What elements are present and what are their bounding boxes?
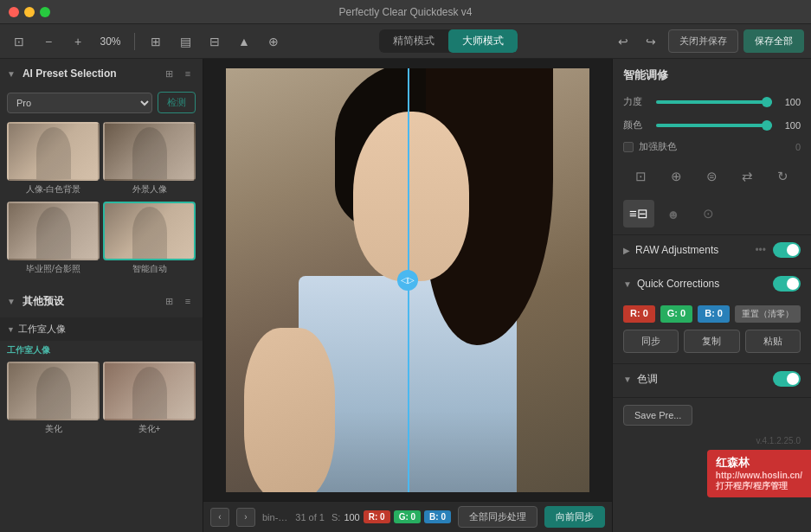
- sync-forward-button[interactable]: 向前同步: [544, 506, 605, 528]
- ai-preset-grid-view[interactable]: ⊞: [161, 66, 177, 81]
- title-bar: Perfectly Clear Quickdesk v4: [0, 0, 811, 24]
- save-all-button[interactable]: 保存全部: [743, 29, 804, 53]
- badge-b: B: 0: [424, 510, 451, 523]
- crop-icon-button[interactable]: ⊡: [7, 29, 31, 54]
- quick-corrections-section: ▼ Quick Corrections R: 0 G: 0 B: 0 重置（清零…: [613, 268, 811, 360]
- enhance-skin-checkbox[interactable]: [623, 142, 634, 152]
- color-label: 颜色: [623, 119, 649, 131]
- color-slider[interactable]: [656, 124, 772, 127]
- preset-label-graduation: 毕业照/合影照: [7, 260, 100, 278]
- raw-adjustments-header[interactable]: ▶ RAW Adjustments •••: [613, 235, 811, 265]
- other-presets-header: ▼ 其他预设 ⊞ ≡: [0, 286, 203, 314]
- ct-toggle[interactable]: [773, 371, 801, 387]
- tab-face[interactable]: ☻: [658, 200, 689, 228]
- other-presets-grid-view[interactable]: ⊞: [161, 293, 177, 309]
- preset-outdoor[interactable]: 外景人像: [103, 122, 196, 198]
- save-preset-button[interactable]: Save Pre...: [623, 405, 692, 426]
- preset-thumb-beautify: [7, 362, 100, 420]
- color-tune-header[interactable]: ▼ 色调: [613, 364, 811, 394]
- badge-g: G: 0: [394, 510, 421, 523]
- raw-toggle-knob: [787, 244, 799, 256]
- strength-thumb[interactable]: [762, 97, 772, 107]
- preset-thumb-graduation: [7, 202, 100, 260]
- preset-select[interactable]: Pro: [7, 93, 152, 113]
- s-value: 100: [344, 512, 359, 522]
- close-save-button[interactable]: 关闭并保存: [668, 29, 738, 53]
- preset-beautify[interactable]: 美化: [7, 362, 100, 438]
- zoom-in-button[interactable]: +: [66, 29, 90, 54]
- grid-icon-button[interactable]: ⊟: [203, 29, 227, 54]
- qc-reset-button[interactable]: 重置（清零）: [735, 305, 801, 323]
- view-icon-button[interactable]: ⊞: [144, 29, 168, 54]
- minimize-button[interactable]: [24, 7, 35, 17]
- other-presets-list-view[interactable]: ≡: [180, 293, 196, 309]
- redo-button[interactable]: ↪: [639, 29, 663, 54]
- center-area: ◁▷ ‹ › bin-thi-u-xO8pdqH2Ui... 31 of 1 S…: [203, 59, 612, 532]
- strength-row: 力度 100: [613, 90, 811, 113]
- simple-mode-button[interactable]: 精简模式: [379, 29, 448, 53]
- raw-arrow: ▶: [623, 246, 630, 255]
- s-label: S:: [331, 512, 340, 522]
- close-button[interactable]: [9, 7, 19, 17]
- color-fill: [656, 124, 772, 127]
- ai-preset-title: AI Preset Selection: [23, 67, 158, 80]
- preset-thumb-auto: [103, 202, 196, 260]
- compare-icon-button[interactable]: ▤: [173, 29, 197, 54]
- studio-portrait-header: ▼ 工作室人像: [0, 317, 203, 341]
- version-info: v.4.1.2.25.0: [613, 433, 811, 449]
- color-thumb[interactable]: [762, 120, 772, 131]
- qc-badge-b: B: 0: [698, 305, 730, 323]
- nav-next-button[interactable]: ›: [236, 508, 255, 527]
- raw-adjustments-section: ▶ RAW Adjustments •••: [613, 234, 811, 265]
- tab-sliders[interactable]: ≡⊟: [623, 200, 654, 228]
- ai-preset-list-view[interactable]: ≡: [180, 66, 196, 81]
- preset-thumb-portrait-white: [7, 122, 100, 181]
- ai-preset-header: ▼ AI Preset Selection ⊞ ≡: [0, 59, 203, 87]
- watermark-brand: 红森林: [716, 455, 802, 471]
- other-presets-arrow: ▼: [7, 297, 16, 306]
- preset-label-auto: 智能自动: [103, 260, 196, 278]
- crop-tool-button[interactable]: ⊡: [628, 163, 654, 189]
- quick-corrections-header[interactable]: ▼ Quick Corrections: [613, 269, 811, 298]
- nav-prev-button[interactable]: ‹: [210, 508, 229, 527]
- preset-auto[interactable]: 智能自动: [103, 202, 196, 278]
- preset-label-beautify: 美化: [7, 420, 100, 438]
- adjust-tool-button[interactable]: ⊕: [664, 163, 690, 189]
- split-handle[interactable]: ◁▷: [397, 270, 418, 291]
- qc-copy-button[interactable]: 复制: [684, 330, 739, 353]
- preset-controls: Pro 检测: [0, 87, 203, 119]
- maximize-button[interactable]: [40, 7, 50, 17]
- ct-arrow: ▼: [623, 375, 632, 384]
- refresh-tool-button[interactable]: ↻: [770, 163, 796, 189]
- raw-title: RAW Adjustments: [635, 244, 755, 256]
- strength-label: 力度: [623, 95, 649, 108]
- tab-body[interactable]: ⊙: [692, 200, 724, 228]
- qc-sync-button[interactable]: 同步: [623, 330, 679, 353]
- raw-dots[interactable]: •••: [755, 244, 766, 256]
- undo-button[interactable]: ↩: [611, 29, 635, 54]
- master-mode-button[interactable]: 大师模式: [448, 29, 518, 53]
- enhance-skin-row: 加强肤色 0: [613, 137, 811, 157]
- toolbar: ⊡ − + 30% ⊞ ▤ ⊟ ▲ ⊕ 精简模式 大师模式 ↩ ↪ 关闭并保存 …: [0, 24, 811, 59]
- qc-toggle[interactable]: [773, 276, 801, 292]
- strength-value: 100: [779, 97, 801, 107]
- qc-paste-button[interactable]: 粘贴: [745, 330, 801, 353]
- strength-slider[interactable]: [656, 100, 772, 104]
- triangle-icon-button[interactable]: ▲: [232, 29, 256, 54]
- clone-tool-button[interactable]: ⊜: [699, 163, 725, 189]
- qc-title: Quick Corrections: [637, 278, 773, 290]
- photo-view: ◁▷: [226, 68, 589, 492]
- preset-beautify-plus[interactable]: 美化+: [103, 362, 196, 438]
- preset-graduation[interactable]: 毕业照/合影照: [7, 202, 100, 278]
- detect-button[interactable]: 检测: [158, 92, 196, 113]
- zoom-out-button[interactable]: −: [36, 29, 61, 54]
- raw-toggle[interactable]: [773, 242, 801, 258]
- preset-thumb-outdoor: [103, 122, 196, 181]
- batch-process-button[interactable]: 全部同步处理: [458, 506, 537, 528]
- flip-tool-button[interactable]: ⇄: [735, 163, 761, 189]
- save-all-label: 保存全部: [755, 35, 793, 48]
- share-icon-button[interactable]: ⊕: [261, 29, 286, 54]
- watermark: 红森林 http://www.hoslin.cn/ 打开程序/程序管理: [707, 450, 811, 497]
- canvas-container[interactable]: ◁▷: [203, 59, 612, 501]
- preset-portrait-white[interactable]: 人像-白色背景: [7, 122, 100, 198]
